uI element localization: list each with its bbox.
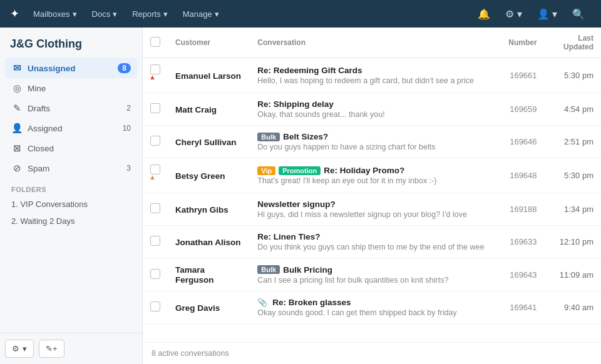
conversation-cell: Re: Linen Ties?Do you think you guys can… (250, 226, 491, 258)
circle-icon: ◎ (11, 83, 23, 94)
draft-icon: ✎ (11, 103, 23, 114)
col-last-updated: Last Updated (545, 28, 601, 58)
conv-preview: That's great! I'll keep an eye out for i… (257, 176, 484, 185)
company-name: J&G Clothing (0, 28, 142, 56)
folder-waiting[interactable]: 2. Waiting 2 Days (5, 213, 137, 230)
nav-reports[interactable]: Reports ▾ (126, 6, 174, 23)
inbox-icon: ✉ (11, 63, 23, 74)
conv-subject: VipPromotionRe: Holiday Promo? (257, 166, 484, 175)
conv-footer: 8 active conversations (143, 342, 601, 364)
notifications-icon[interactable]: 🔔 (471, 4, 496, 24)
table-row[interactable]: Jonathan AlisonRe: Linen Ties?Do you thi… (143, 226, 601, 258)
sidebar-item-spam[interactable]: ⊘ Spam 3 (5, 158, 137, 178)
user-icon[interactable]: 👤 ▾ (531, 4, 563, 24)
customer-name: Matt Craig (175, 105, 217, 114)
conv-preview: Okay sounds good. I can get them shipped… (257, 308, 484, 317)
row-checkbox[interactable] (150, 203, 160, 213)
conv-subject: BulkBelt Sizes? (257, 132, 484, 141)
gear-icon: ⚙ (12, 344, 19, 353)
red-flag-icon: ▲ (149, 73, 156, 81)
customer-cell: Jonathan Alison (168, 226, 250, 258)
row-checkbox[interactable] (150, 269, 160, 279)
updated-cell: 9:40 am (545, 291, 601, 324)
conversation-tag: Promotion (279, 166, 321, 175)
sidebar-item-unassigned[interactable]: ✉ Unassigned 8 (5, 58, 137, 78)
sidebar-item-closed[interactable]: ⊠ Closed (5, 138, 137, 158)
row-checkbox[interactable] (150, 103, 160, 113)
subject-text: Re: Broken glasses (272, 298, 351, 307)
conv-preview: Can I see a pricing list for bulk quanti… (257, 276, 484, 285)
table-row[interactable]: Greg Davis📎Re: Broken glassesOkay sounds… (143, 291, 601, 324)
main-area: J&G Clothing ✉ Unassigned 8 ◎ Mine ✎ Dra… (0, 28, 601, 364)
admin-icon[interactable]: ⚙ ▾ (499, 4, 528, 24)
table-row[interactable]: Tamara FergusonBulkBulk PricingCan I see… (143, 258, 601, 291)
number-cell: 169661 (491, 58, 544, 93)
sidebar-bottom-actions: ⚙ ▾ ✎+ (0, 333, 142, 364)
conv-subject: Re: Redeeming Gift Cards (257, 66, 484, 75)
attachment-icon: 📎 (257, 298, 267, 307)
conversation-tag: Bulk (257, 265, 280, 274)
conversation-cell: 📎Re: Broken glassesOkay sounds good. I c… (250, 291, 491, 324)
number-cell: 169646 (491, 126, 544, 158)
nav-docs[interactable]: Docs ▾ (86, 6, 124, 23)
orange-flag-icon: ▲ (149, 173, 156, 181)
col-customer: Customer (168, 28, 250, 58)
updated-cell: 1:34 pm (545, 193, 601, 226)
chevron-down-icon: ▾ (215, 9, 219, 19)
table-row[interactable]: Matt CraigRe: Shipping delayOkay, that s… (143, 93, 601, 126)
conv-subject: Newsletter signup? (257, 200, 484, 209)
select-all-checkbox[interactable] (150, 37, 160, 47)
subject-text: Re: Holiday Promo? (324, 166, 404, 175)
conversation-cell: VipPromotionRe: Holiday Promo?That's gre… (250, 158, 491, 193)
number-cell: 169188 (491, 193, 544, 226)
table-row[interactable]: ▲Emanuel LarsonRe: Redeeming Gift CardsH… (143, 58, 601, 93)
settings-button[interactable]: ⚙ ▾ (5, 340, 34, 358)
customer-name: Betsy Green (175, 171, 225, 181)
conversation-cell: Re: Shipping delayOkay, that sounds grea… (250, 93, 491, 126)
nav-mailboxes[interactable]: Mailboxes ▾ (27, 6, 83, 23)
customer-name: Jonathan Alison (175, 238, 241, 247)
app-logo: ✦ (10, 7, 19, 21)
conversation-table: Customer Conversation Number Last Update… (143, 28, 601, 324)
customer-name: Kathryn Gibs (175, 205, 229, 215)
conversation-tag: Vip (257, 166, 275, 175)
customer-cell: Betsy Green (168, 158, 250, 193)
customer-cell: Cheryl Sullivan (168, 126, 250, 158)
conv-preview: Hi guys, did I miss a newsletter signup … (257, 210, 484, 219)
row-flag-cell (143, 126, 168, 158)
nav-manage[interactable]: Manage ▾ (177, 6, 225, 23)
updated-cell: 11:09 am (545, 258, 601, 291)
table-row[interactable]: Kathryn GibsNewsletter signup?Hi guys, d… (143, 193, 601, 226)
subject-text: Re: Shipping delay (257, 99, 334, 109)
search-icon[interactable]: 🔍 (566, 4, 591, 24)
row-checkbox[interactable] (150, 301, 160, 311)
row-checkbox[interactable] (150, 236, 160, 246)
spam-icon: ⊘ (11, 163, 23, 174)
closed-icon: ⊠ (11, 143, 23, 154)
customer-name: Emanuel Larson (175, 71, 241, 81)
customer-cell: Tamara Ferguson (168, 258, 250, 291)
subject-text: Belt Sizes? (283, 132, 328, 141)
sidebar-item-drafts[interactable]: ✎ Drafts 2 (5, 98, 137, 118)
sidebar: J&G Clothing ✉ Unassigned 8 ◎ Mine ✎ Dra… (0, 28, 143, 364)
table-row[interactable]: ▲Betsy GreenVipPromotionRe: Holiday Prom… (143, 158, 601, 193)
number-cell: 169641 (491, 291, 544, 324)
conv-subject: 📎Re: Broken glasses (257, 298, 484, 307)
sidebar-item-mine[interactable]: ◎ Mine (5, 78, 137, 98)
number-cell: 169659 (491, 93, 544, 126)
row-flag-cell (143, 258, 168, 291)
top-nav: ✦ Mailboxes ▾ Docs ▾ Reports ▾ Manage ▾ … (0, 0, 601, 28)
conv-preview: Do you guys happen to have a sizing char… (257, 143, 484, 151)
subject-text: Bulk Pricing (283, 265, 332, 275)
table-row[interactable]: Cheryl SullivanBulkBelt Sizes?Do you guy… (143, 126, 601, 158)
new-conversation-button[interactable]: ✎+ (39, 340, 64, 358)
number-cell: 169643 (491, 258, 544, 291)
updated-cell: 4:54 pm (545, 93, 601, 126)
conversation-list: Customer Conversation Number Last Update… (143, 28, 601, 364)
row-checkbox[interactable] (150, 136, 160, 146)
conversation-cell: Newsletter signup?Hi guys, did I miss a … (250, 193, 491, 226)
conversation-cell: BulkBelt Sizes?Do you guys happen to hav… (250, 126, 491, 158)
sidebar-item-assigned[interactable]: 👤 Assigned 10 (5, 118, 137, 138)
conv-subject: Re: Shipping delay (257, 99, 484, 109)
folder-vip[interactable]: 1. VIP Conversations (5, 196, 137, 213)
